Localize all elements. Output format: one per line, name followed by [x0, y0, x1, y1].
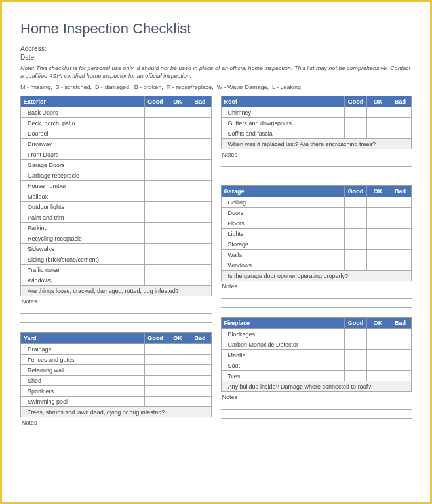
checkbox-bad[interactable]: [189, 376, 211, 386]
checkbox-good[interactable]: [345, 260, 367, 271]
checkbox-ok[interactable]: [367, 229, 389, 239]
checkbox-bad[interactable]: [389, 218, 412, 229]
checkbox-good[interactable]: [144, 386, 167, 397]
checkbox-ok[interactable]: [367, 128, 389, 139]
notes-lines[interactable]: [20, 426, 212, 444]
notes-line[interactable]: [20, 305, 212, 314]
checkbox-good[interactable]: [345, 371, 367, 381]
checkbox-ok[interactable]: [367, 218, 389, 229]
checkbox-ok[interactable]: [167, 244, 189, 254]
checkbox-bad[interactable]: [389, 360, 412, 371]
checkbox-bad[interactable]: [389, 128, 412, 139]
checkbox-bad[interactable]: [189, 265, 211, 275]
checkbox-bad[interactable]: [189, 139, 211, 149]
checkbox-bad[interactable]: [189, 233, 211, 244]
checkbox-good[interactable]: [345, 218, 367, 229]
checkbox-good[interactable]: [144, 107, 167, 118]
notes-lines[interactable]: [221, 400, 412, 419]
checkbox-good[interactable]: [144, 365, 167, 376]
checkbox-ok[interactable]: [167, 181, 189, 191]
checkbox-ok[interactable]: [167, 202, 189, 212]
checkbox-ok[interactable]: [367, 118, 389, 128]
notes-line[interactable]: [20, 435, 212, 444]
checkbox-ok[interactable]: [167, 149, 189, 160]
checkbox-bad[interactable]: [189, 355, 211, 365]
checkbox-good[interactable]: [144, 233, 167, 244]
checkbox-good[interactable]: [144, 397, 167, 407]
checkbox-good[interactable]: [345, 350, 367, 360]
checkbox-bad[interactable]: [189, 344, 211, 355]
checkbox-bad[interactable]: [189, 386, 211, 397]
checkbox-bad[interactable]: [189, 128, 211, 139]
checkbox-bad[interactable]: [389, 118, 412, 128]
checkbox-good[interactable]: [345, 197, 367, 208]
checkbox-good[interactable]: [144, 254, 167, 265]
checkbox-good[interactable]: [345, 208, 367, 218]
checkbox-ok[interactable]: [367, 107, 389, 118]
checkbox-bad[interactable]: [189, 397, 211, 407]
checkbox-ok[interactable]: [167, 233, 189, 244]
checkbox-good[interactable]: [345, 107, 367, 118]
notes-lines[interactable]: [20, 305, 212, 323]
checkbox-good[interactable]: [144, 344, 167, 355]
checkbox-bad[interactable]: [389, 350, 412, 360]
checkbox-bad[interactable]: [189, 202, 211, 212]
checkbox-ok[interactable]: [167, 128, 189, 139]
checkbox-bad[interactable]: [389, 371, 412, 381]
notes-line[interactable]: [221, 290, 412, 299]
checkbox-ok[interactable]: [167, 355, 189, 365]
checkbox-good[interactable]: [144, 128, 167, 139]
checkbox-bad[interactable]: [189, 212, 211, 223]
checkbox-good[interactable]: [345, 229, 367, 239]
checkbox-ok[interactable]: [367, 360, 389, 371]
checkbox-good[interactable]: [144, 191, 167, 202]
checkbox-bad[interactable]: [189, 223, 211, 233]
checkbox-good[interactable]: [144, 376, 167, 386]
checkbox-ok[interactable]: [167, 344, 189, 355]
checkbox-good[interactable]: [144, 212, 167, 223]
checkbox-good[interactable]: [345, 128, 367, 139]
checkbox-ok[interactable]: [167, 254, 189, 265]
notes-line[interactable]: [221, 167, 412, 176]
checkbox-bad[interactable]: [189, 191, 211, 202]
checkbox-good[interactable]: [345, 339, 367, 350]
checkbox-ok[interactable]: [367, 260, 389, 271]
checkbox-ok[interactable]: [367, 371, 389, 381]
checkbox-good[interactable]: [345, 360, 367, 371]
notes-line[interactable]: [221, 410, 412, 419]
notes-line[interactable]: [20, 314, 212, 323]
checkbox-bad[interactable]: [189, 160, 211, 170]
checkbox-bad[interactable]: [189, 275, 211, 286]
checkbox-ok[interactable]: [167, 212, 189, 223]
checkbox-ok[interactable]: [167, 397, 189, 407]
checkbox-bad[interactable]: [189, 181, 211, 191]
checkbox-ok[interactable]: [367, 208, 389, 218]
checkbox-good[interactable]: [144, 244, 167, 254]
checkbox-bad[interactable]: [389, 208, 412, 218]
checkbox-ok[interactable]: [367, 239, 389, 250]
checkbox-bad[interactable]: [189, 107, 211, 118]
checkbox-ok[interactable]: [167, 118, 189, 128]
checkbox-good[interactable]: [144, 181, 167, 191]
checkbox-bad[interactable]: [389, 229, 412, 239]
checkbox-ok[interactable]: [167, 170, 189, 181]
checkbox-good[interactable]: [144, 139, 167, 149]
checkbox-ok[interactable]: [167, 265, 189, 275]
checkbox-good[interactable]: [144, 265, 167, 275]
checkbox-bad[interactable]: [389, 250, 412, 260]
notes-lines[interactable]: [221, 290, 412, 308]
notes-lines[interactable]: [221, 158, 412, 176]
checkbox-good[interactable]: [345, 250, 367, 260]
checkbox-ok[interactable]: [167, 107, 189, 118]
checkbox-ok[interactable]: [367, 350, 389, 360]
checkbox-good[interactable]: [144, 275, 167, 286]
checkbox-ok[interactable]: [167, 191, 189, 202]
checkbox-bad[interactable]: [189, 244, 211, 254]
notes-line[interactable]: [221, 299, 412, 308]
checkbox-ok[interactable]: [367, 197, 389, 208]
checkbox-bad[interactable]: [389, 197, 412, 208]
checkbox-good[interactable]: [144, 160, 167, 170]
checkbox-ok[interactable]: [167, 365, 189, 376]
checkbox-good[interactable]: [144, 170, 167, 181]
checkbox-ok[interactable]: [167, 160, 189, 170]
